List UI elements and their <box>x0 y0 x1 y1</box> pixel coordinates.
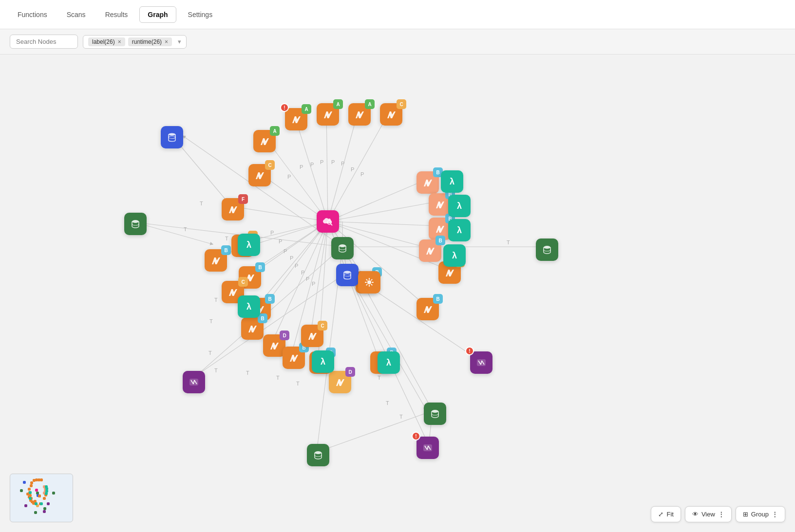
graph-node-teal4[interactable]: λ <box>378 351 400 374</box>
graph-node-db1[interactable] <box>161 126 183 148</box>
graph-node-teal2[interactable]: λ <box>238 295 260 318</box>
graph-node-n3[interactable]: A <box>317 103 339 126</box>
tab-settings[interactable]: Settings <box>180 7 221 22</box>
svg-text:T: T <box>214 297 218 303</box>
graph-node-kinesis1[interactable] <box>183 371 205 393</box>
svg-text:T: T <box>184 226 187 232</box>
node-badge: C <box>238 277 248 287</box>
eye-icon: 👁 <box>692 511 699 518</box>
svg-text:P: P <box>270 230 274 236</box>
graph-node-n5[interactable]: C <box>380 103 402 126</box>
view-button[interactable]: 👁 View ⋮ <box>685 506 732 522</box>
svg-line-37 <box>135 222 213 244</box>
graph-node-n19[interactable]: D <box>329 371 351 393</box>
graph-node-center1[interactable] <box>317 210 339 233</box>
node-badge: B <box>265 294 275 304</box>
svg-text:P: P <box>279 238 282 244</box>
graph-node-n7[interactable]: F <box>222 198 244 220</box>
node-icon-kinesis: ! <box>470 351 492 374</box>
graph-node-teal5[interactable]: λ <box>441 170 463 193</box>
graph-node-teal7[interactable]: λ <box>448 219 471 241</box>
svg-text:T: T <box>386 400 389 406</box>
search-input[interactable] <box>10 35 78 49</box>
graph-node-n8[interactable]: B <box>205 249 227 272</box>
node-icon-gear <box>358 271 380 294</box>
svg-text:P: P <box>287 174 291 180</box>
remove-runtime-filter[interactable]: × <box>165 38 168 45</box>
svg-text:P: P <box>310 162 314 167</box>
graph-node-gear1[interactable] <box>358 271 380 294</box>
svg-text:P: P <box>306 276 309 282</box>
svg-line-2 <box>326 111 328 221</box>
graph-node-n1[interactable]: A <box>253 130 276 152</box>
group-button[interactable]: ⊞ Group ⋮ <box>736 506 785 522</box>
node-icon-teal-box: λ <box>443 244 466 267</box>
svg-line-4 <box>328 111 390 221</box>
graph-node-n6[interactable]: C <box>248 164 271 186</box>
node-badge: C <box>265 160 275 170</box>
svg-line-3 <box>328 111 358 221</box>
node-icon-teal-box: λ <box>238 295 260 318</box>
alert-icon: ! <box>465 347 474 355</box>
fit-button[interactable]: ⤢ Fit <box>651 506 681 522</box>
graph-node-teal8[interactable]: λ <box>443 244 466 267</box>
node-icon-db <box>336 264 359 286</box>
graph-node-n25[interactable]: B <box>416 298 439 320</box>
filter-tag-runtime[interactable]: runtime(26) × <box>128 37 172 46</box>
node-badge: B <box>435 236 445 245</box>
filter-tag-label[interactable]: label(26) × <box>88 37 125 46</box>
graph-node-s3_4[interactable] <box>424 403 446 425</box>
node-icon-lambda: C <box>380 103 402 126</box>
svg-text:P: P <box>360 171 364 177</box>
filter-chevron-icon[interactable]: ▾ <box>178 38 181 45</box>
node-badge: D <box>345 367 355 377</box>
graph-node-center2[interactable] <box>331 237 354 259</box>
node-icon-lambda: B <box>241 317 264 340</box>
graph-node-n23[interactable]: B <box>419 239 441 262</box>
svg-text:T: T <box>296 381 300 386</box>
node-icon-lambda: A! <box>285 108 307 130</box>
node-icon-s3 <box>307 444 329 466</box>
remove-label-filter[interactable]: × <box>118 38 121 45</box>
graph-node-kinesis2[interactable]: ! <box>416 437 439 459</box>
tab-scans[interactable]: Scans <box>59 7 94 22</box>
graph-area[interactable]: PP PP PP PP PP PP PP PP T T T T T T T T … <box>0 55 795 532</box>
svg-point-79 <box>132 220 139 223</box>
graph-node-n20[interactable]: B <box>416 171 439 194</box>
view-options-dots: ⋮ <box>718 511 724 518</box>
node-icon-teal-box: λ <box>312 350 334 373</box>
svg-point-77 <box>169 133 175 136</box>
minimap[interactable] <box>10 474 73 522</box>
graph-node-center3[interactable] <box>336 264 359 286</box>
graph-node-n4[interactable]: A <box>348 103 371 126</box>
graph-node-n13[interactable]: B <box>241 317 264 340</box>
graph-node-n2[interactable]: A! <box>285 108 307 130</box>
svg-point-78 <box>169 136 175 139</box>
graph-node-teal1[interactable]: λ <box>238 234 260 256</box>
graph-node-db3[interactable] <box>536 238 558 261</box>
node-badge: C <box>397 99 406 109</box>
bottom-controls: ⤢ Fit 👁 View ⋮ ⊞ Group ⋮ <box>651 506 785 522</box>
node-icon-s3 <box>536 238 558 261</box>
svg-point-76 <box>344 274 351 276</box>
node-icon-lambda: B <box>205 249 227 272</box>
tab-functions[interactable]: Functions <box>10 7 55 22</box>
svg-text:P: P <box>284 248 287 254</box>
tab-graph[interactable]: Graph <box>139 6 176 23</box>
svg-text:P: P <box>320 159 323 165</box>
svg-text:P: P <box>300 164 303 170</box>
svg-point-80 <box>544 246 550 249</box>
graph-node-n17[interactable]: C <box>301 325 323 347</box>
node-icon-lambda: A <box>348 103 371 126</box>
graph-node-kinesis3[interactable]: ! <box>470 351 492 374</box>
tab-results[interactable]: Results <box>97 7 136 22</box>
svg-text:T: T <box>507 239 510 245</box>
graph-node-n15[interactable]: B <box>283 347 305 369</box>
graph-node-s3_5[interactable] <box>307 444 329 466</box>
graph-node-teal3[interactable]: λ <box>312 350 334 373</box>
svg-text:P: P <box>295 263 298 269</box>
svg-text:T: T <box>214 367 218 373</box>
graph-node-teal6[interactable]: λ <box>448 195 471 217</box>
svg-line-73 <box>331 224 332 225</box>
graph-node-db2[interactable] <box>124 213 147 235</box>
